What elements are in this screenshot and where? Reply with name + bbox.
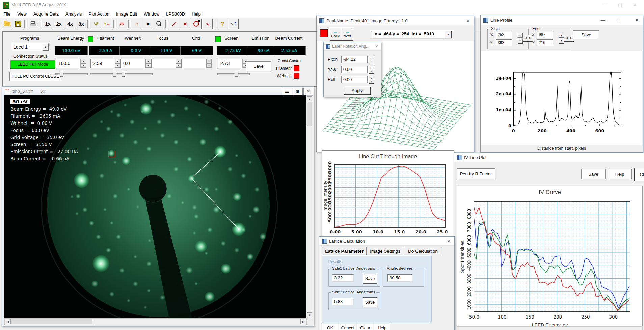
iv-hscrollbar[interactable] bbox=[457, 326, 643, 330]
line-profile-icon[interactable] bbox=[169, 19, 179, 29]
screen-slider-thumb[interactable] bbox=[235, 71, 238, 77]
focus-spinner[interactable]: ▲▼ bbox=[151, 59, 182, 68]
grid-spinner[interactable]: ▲▼ bbox=[182, 59, 212, 68]
peak-readout-select[interactable]: x = 464 y = 254 Int = -5913 ▼ bbox=[372, 30, 452, 39]
spin-up-icon[interactable]: ▲ bbox=[145, 59, 151, 63]
zoom-2x-button[interactable]: 2x bbox=[54, 19, 64, 29]
end-spin-down-icon[interactable]: ▼ bbox=[559, 38, 564, 43]
profile-close-button[interactable]: ✕ bbox=[631, 15, 643, 25]
image-hscrollbar[interactable]: ◀ ▶ bbox=[4, 318, 307, 325]
tab-image-settings[interactable]: Image Settings bbox=[367, 247, 403, 255]
wehnelt-spinner-arrows[interactable]: ▲▼ bbox=[145, 59, 151, 68]
filament-slider[interactable] bbox=[90, 71, 122, 76]
peak-marker-indicator[interactable] bbox=[320, 29, 328, 37]
scroll-up-icon[interactable]: ▲ bbox=[307, 96, 312, 102]
menu-item-analysis[interactable]: Analysis bbox=[62, 10, 85, 18]
beam-energy-slider-thumb[interactable] bbox=[60, 71, 63, 77]
print-icon[interactable] bbox=[28, 19, 38, 29]
menu-item-acquire-data[interactable]: Acquire Data bbox=[30, 10, 62, 18]
beam-energy-slider[interactable] bbox=[55, 71, 88, 76]
magnifier-icon[interactable] bbox=[154, 19, 164, 29]
peak-readout-dropdown-icon[interactable]: ▼ bbox=[445, 31, 451, 38]
lattice-cancel-button[interactable]: Cancel bbox=[339, 324, 356, 330]
hscroll-thumb[interactable] bbox=[11, 319, 92, 324]
yaw-field[interactable]: 0.00 bbox=[341, 66, 368, 73]
profile-maximize-button[interactable]: ▢ bbox=[613, 15, 624, 25]
side2-save-button[interactable]: Save bbox=[363, 297, 377, 307]
menu-item-lps300d[interactable]: LPS300D bbox=[163, 10, 188, 18]
image-minimize-button[interactable]: ▬ bbox=[282, 88, 292, 95]
spin-down-icon[interactable]: ▼ bbox=[176, 63, 181, 68]
zoom-4x-button[interactable]: 4x bbox=[65, 19, 75, 29]
open-file-icon[interactable] bbox=[2, 19, 12, 29]
beam-energy-spinner-arrows[interactable]: ▲▼ bbox=[80, 59, 86, 68]
start-y-field[interactable]: 392 bbox=[496, 39, 512, 46]
wehnelt-slider-thumb[interactable] bbox=[122, 71, 125, 77]
spin-down-icon[interactable]: ▼ bbox=[115, 63, 120, 68]
program-dropdown-icon[interactable]: ▼ bbox=[42, 43, 49, 51]
beam-energy-spinner[interactable]: 100.0▲▼ bbox=[56, 59, 86, 68]
menu-item-window[interactable]: Window bbox=[140, 10, 163, 18]
lattice-ok-button[interactable]: OK bbox=[322, 324, 338, 330]
peak-fit-icon[interactable]: ∩ bbox=[132, 19, 142, 29]
pendry-r-factor-button[interactable]: Pendry R Factor bbox=[457, 168, 495, 179]
image-close-button[interactable]: ✕ bbox=[303, 88, 313, 95]
roll-spin-down-icon[interactable]: ▼ bbox=[368, 79, 374, 83]
filament-slider-thumb[interactable] bbox=[113, 71, 116, 77]
filament-spinner[interactable]: 2.59▲▼ bbox=[90, 59, 121, 68]
scroll-left-icon[interactable]: ◀ bbox=[5, 319, 11, 324]
screen-spinner[interactable]: 2.73▲▼ bbox=[218, 59, 248, 68]
cross-mark-icon[interactable]: × bbox=[180, 19, 190, 29]
main-minimize-button[interactable]: — bbox=[599, 0, 611, 9]
wehnelt-spinner[interactable]: 0.0▲▼ bbox=[121, 59, 151, 68]
start-spin-up-icon[interactable]: ▲ bbox=[517, 33, 523, 38]
delete-cross-icon[interactable]: Ж bbox=[117, 19, 127, 29]
focus-spinner-arrows[interactable]: ▲▼ bbox=[176, 59, 181, 68]
image-vscrollbar[interactable]: ▲ ▼ bbox=[306, 95, 313, 319]
tab-lattice-parameter[interactable]: Lattice Parameter bbox=[322, 247, 367, 255]
iv-save-button[interactable]: Save bbox=[581, 169, 606, 179]
acquire-tool-icon[interactable]: Ψ bbox=[91, 19, 101, 29]
profile-save-button[interactable]: Save bbox=[573, 30, 599, 39]
roll-field[interactable]: 0.00 bbox=[341, 76, 368, 83]
end-x-field[interactable]: 987 bbox=[537, 32, 553, 38]
spin-up-icon[interactable]: ▲ bbox=[115, 59, 120, 63]
menu-item-file[interactable]: File bbox=[0, 10, 14, 18]
zoom-8x-button[interactable]: 8x bbox=[76, 19, 86, 29]
iv-close-button[interactable]: Close bbox=[634, 168, 644, 181]
save-icon[interactable] bbox=[13, 19, 23, 29]
spin-up-icon[interactable]: ▲ bbox=[176, 59, 181, 63]
program-select[interactable]: Leed 1 ▼ bbox=[11, 43, 49, 51]
profile-minimize-button[interactable]: — bbox=[597, 15, 609, 25]
start-spin-down-icon[interactable]: ▼ bbox=[517, 38, 523, 43]
spin-up-icon[interactable]: ▲ bbox=[81, 59, 86, 63]
menu-item-help[interactable]: Help bbox=[188, 10, 204, 18]
scroll-right-icon[interactable]: ▶ bbox=[300, 319, 306, 324]
main-close-button[interactable]: ✕ bbox=[629, 0, 641, 9]
menu-item-view[interactable]: View bbox=[14, 10, 30, 18]
iv-help-button[interactable]: Help bbox=[608, 169, 632, 179]
pitch-spin-down-icon[interactable]: ▼ bbox=[368, 59, 374, 63]
zoom-1x-button[interactable]: 1x bbox=[43, 19, 53, 29]
euler-close-button[interactable]: ✕ bbox=[372, 42, 381, 50]
side1-save-button[interactable]: Save bbox=[363, 274, 377, 284]
spin-down-icon[interactable]: ▼ bbox=[206, 63, 212, 68]
circle-select-icon[interactable] bbox=[191, 19, 202, 29]
menu-item-image-edit[interactable]: Image Edit bbox=[113, 10, 140, 18]
angle-value-field[interactable]: 90.58 bbox=[387, 274, 412, 282]
scroll-down-icon[interactable]: ▼ bbox=[307, 312, 312, 318]
peakname-close-button[interactable]: ✕ bbox=[462, 16, 474, 25]
leed-diffraction-image[interactable]: 50 eV Beam Energy = 49.9 eVFilament = 26… bbox=[4, 95, 306, 318]
const-filament-indicator[interactable] bbox=[294, 65, 299, 71]
spin-down-icon[interactable]: ▼ bbox=[81, 63, 86, 68]
tab-do-calculation[interactable]: Do Calculation bbox=[404, 247, 442, 255]
lattice-clear-button[interactable]: Clear bbox=[357, 324, 373, 330]
image-restore-button[interactable]: ▣ bbox=[293, 88, 303, 95]
filament-spinner-arrows[interactable]: ▲▼ bbox=[115, 59, 120, 68]
vscroll-thumb[interactable] bbox=[307, 102, 312, 126]
back-button[interactable]: ← Back bbox=[329, 27, 341, 40]
menu-item-plot-action[interactable]: Plot Action bbox=[85, 10, 112, 18]
side2-value-field[interactable]: 5.88 bbox=[332, 298, 354, 305]
polyline-icon[interactable]: ∿ bbox=[202, 19, 213, 29]
stage-move-icon[interactable]: Ϯ→ bbox=[102, 19, 112, 29]
